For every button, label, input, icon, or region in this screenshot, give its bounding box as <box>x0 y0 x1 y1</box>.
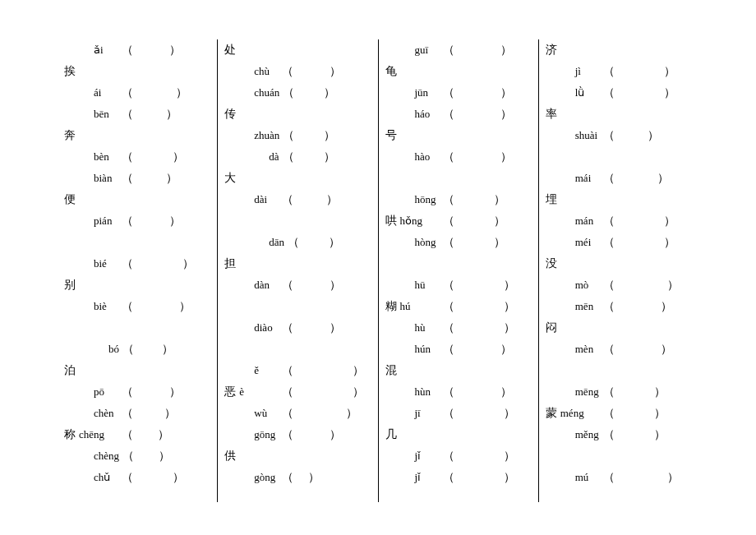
column-4: 济jì（）lǜ（）率shuài（） mái（）埋mán（）méi（）没mò（）m… <box>538 39 698 502</box>
pinyin-label: bèn <box>79 146 118 168</box>
entry-row: 别 <box>64 274 210 296</box>
entry-row <box>64 317 210 339</box>
entry-row: dà（） <box>224 146 371 168</box>
open-paren: （ <box>443 274 454 296</box>
entry-row: 供 <box>224 445 371 467</box>
close-paren: ） <box>173 467 184 488</box>
open-paren: （ <box>282 189 293 210</box>
pinyin-label: méng <box>560 403 600 424</box>
open-paren: （ <box>443 381 454 403</box>
open-paren: （ <box>443 403 454 424</box>
close-paren: ） <box>667 274 679 296</box>
hanzi-char: 糊 <box>385 296 400 317</box>
hanzi-char: 处 <box>224 39 239 61</box>
entry-row: 糊hú（） <box>385 296 532 317</box>
hanzi-char: 埋 <box>546 189 560 210</box>
pinyin-label: bié <box>79 253 118 274</box>
entry-row: biàn（） <box>64 168 210 189</box>
hanzi-char: 泊 <box>64 360 79 381</box>
entry-row <box>546 360 692 381</box>
close-paren: ） <box>664 82 675 104</box>
entry-row: háo（） <box>385 104 532 125</box>
entry-row: ǎi（） <box>64 39 210 61</box>
entry-row: 埋 <box>546 189 692 210</box>
open-paren: （ <box>443 296 454 317</box>
pinyin-label: dà <box>239 146 279 168</box>
entry-row: mán（） <box>546 210 692 232</box>
open-paren: （ <box>282 424 293 445</box>
entry-row: gòng（） <box>224 467 371 488</box>
pinyin-label: chuán <box>239 82 279 104</box>
close-paren: ） <box>158 424 169 445</box>
pinyin-label: měng <box>560 424 600 445</box>
entry-row <box>546 445 692 467</box>
entry-row: 蒙méng（） <box>546 403 692 424</box>
entry-row: bēn（） <box>64 104 210 125</box>
entry-row: biè（） <box>64 296 210 317</box>
pinyin-label: hùn <box>400 381 440 403</box>
entry-row <box>385 253 532 274</box>
entry-row: hòng（） <box>385 232 532 253</box>
entry-row: jǐ（） <box>385 467 532 488</box>
open-paren: （ <box>122 424 133 445</box>
pinyin-label: mò <box>560 274 600 296</box>
hanzi-char: 没 <box>546 253 560 274</box>
close-paren: ） <box>166 168 177 189</box>
pinyin-label: hōng <box>400 189 440 210</box>
entry-row: 便 <box>64 189 210 210</box>
close-paren: ） <box>353 381 364 403</box>
entry-row: měng（） <box>546 424 692 445</box>
pinyin-label: méi <box>560 232 600 253</box>
close-paren: ） <box>500 104 512 125</box>
open-paren: （ <box>122 210 133 232</box>
pinyin-label: lǜ <box>560 82 600 104</box>
pinyin-label: biàn <box>79 168 118 189</box>
open-paren: （ <box>603 168 615 189</box>
entry-row: shuài（） <box>546 125 692 146</box>
close-paren: ） <box>164 403 176 424</box>
close-paren: ） <box>330 274 341 296</box>
entry-row: mò（） <box>546 274 692 296</box>
pinyin-label: dàn <box>239 274 279 296</box>
entry-row: 传 <box>224 104 371 125</box>
pinyin-label: è <box>239 381 279 403</box>
pinyin-label: ě <box>239 360 279 381</box>
open-paren: （ <box>122 104 133 125</box>
open-paren: （ <box>122 296 133 317</box>
open-paren: （ <box>603 403 615 424</box>
hanzi-char: 担 <box>224 253 239 274</box>
pinyin-label: hǒng <box>400 210 440 232</box>
entry-row: bié（） <box>64 253 210 274</box>
open-paren: （ <box>443 210 454 232</box>
pinyin-label: diào <box>239 317 279 339</box>
open-paren: （ <box>443 232 454 253</box>
pinyin-label: ái <box>79 82 118 104</box>
pinyin-label: guī <box>400 39 440 61</box>
close-paren: ） <box>664 232 675 253</box>
close-paren: ） <box>169 39 181 61</box>
hanzi-char: 几 <box>385 424 400 445</box>
close-paren: ） <box>169 210 181 232</box>
entry-row: mú（） <box>546 467 692 488</box>
open-paren: （ <box>603 82 615 104</box>
pinyin-label: zhuàn <box>239 125 279 146</box>
entry-row: 恶è（） <box>224 381 371 403</box>
pinyin-label: bēn <box>79 104 118 125</box>
entry-row: hùn（） <box>385 381 532 403</box>
open-paren: （ <box>603 125 615 146</box>
close-paren: ） <box>329 232 340 253</box>
entry-row: mái（） <box>546 168 692 189</box>
entry-row: chèn（） <box>64 403 210 424</box>
open-paren: （ <box>603 296 615 317</box>
close-paren: ） <box>504 445 515 467</box>
close-paren: ） <box>654 403 666 424</box>
pinyin-label: mēn <box>560 296 600 317</box>
open-paren: （ <box>122 168 133 189</box>
entry-row: guī（） <box>385 39 532 61</box>
close-paren: ） <box>500 146 512 168</box>
close-paren: ） <box>494 232 505 253</box>
open-paren: （ <box>122 146 133 168</box>
close-paren: ） <box>326 189 338 210</box>
hanzi-char: 挨 <box>64 61 79 82</box>
open-paren: （ <box>443 189 454 210</box>
